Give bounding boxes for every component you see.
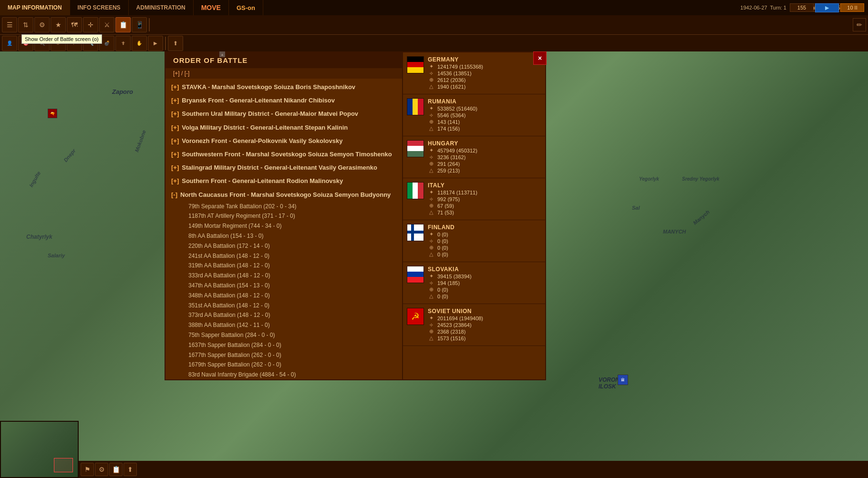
nation-row-italy: ITALY✦118174 (113711)⟢992 (975)⊕67 (59)△… (403, 178, 545, 220)
oob-sub-entry[interactable]: 333rd AA Battalion (148 - 12 - 0) (169, 271, 398, 281)
toolbar-btn-oob[interactable]: 📋 (115, 17, 131, 32)
stat-value-germany-3: 1940 (1621) (437, 84, 465, 90)
nation-stats-finland: FINLAND✦0 (0)⟢0 (0)⊕0 (0)△0 (0) (428, 224, 541, 258)
oob-entry-2[interactable]: [+]Bryansk Front - General-Leitenant Nik… (169, 94, 398, 107)
minimap[interactable] (0, 421, 79, 478)
tab-map-information[interactable]: MAP INFORMATION (0, 0, 70, 15)
toolbar-btn-cross[interactable]: ✛ (83, 17, 98, 32)
stat-icon-slovakia-0: ✦ (428, 273, 434, 279)
stat-line-germany-0: ✦1241749 (1155368) (428, 63, 541, 70)
unit-icon-1: 🔫 (48, 109, 57, 118)
stat-icon-finland-0: ✦ (428, 231, 434, 237)
oob-entry-6[interactable]: [+]Southwestern Front - Marshal Sovetsko… (169, 148, 398, 161)
toolbar-btn-sword[interactable]: ⚔ (99, 17, 114, 32)
bottom-btn-3[interactable]: 📋 (109, 463, 123, 476)
stat-icon-soviet-3: △ (428, 335, 434, 341)
oob-entry-5[interactable]: [+]Voronezh Front - General-Polkovnik Va… (169, 134, 398, 148)
oob-content[interactable]: [+]STAVKA - Marshal Sovetskogo Soiuza Bo… (165, 79, 402, 379)
oob-sub-entry[interactable]: 149th Mortar Regiment (744 - 34 - 0) (169, 221, 398, 231)
tab-administration[interactable]: ADMINISTRATION (129, 0, 194, 15)
toolbar-btn-menu[interactable]: ☰ (2, 17, 17, 32)
stats-panel: GERMANY✦1241749 (1155368)⟢14536 (13851)⊕… (403, 51, 546, 380)
bottom-btn-1[interactable]: ⚑ (81, 463, 94, 476)
flag-rumania (407, 98, 424, 115)
oob-entry-9[interactable]: [-]North Caucasus Front - Marshal Sovets… (169, 188, 398, 202)
oob-sub-entry[interactable]: 1637th Sapper Battalion (284 - 0 - 0) (169, 340, 398, 350)
oob-sub-entry[interactable]: 1187th AT Artillery Regiment (371 - 17 -… (169, 211, 398, 221)
close-button[interactable]: × (533, 51, 547, 65)
oob-sub-entry[interactable]: 1677th Sapper Battalion (262 - 0 - 0) (169, 350, 398, 360)
flag-italy (407, 182, 424, 199)
stat-icon-germany-2: ⊕ (428, 77, 434, 83)
bottom-btn-4[interactable]: ⬆ (124, 463, 137, 476)
oob-sub-entry[interactable]: 348th AA Battalion (148 - 12 - 0) (169, 291, 398, 301)
pencil-button[interactable]: ✏ (853, 18, 866, 31)
flag-finland (407, 224, 424, 241)
toolbar-btn-phone[interactable]: 📱 (132, 17, 147, 32)
stat-icon-germany-3: △ (428, 83, 434, 90)
stat-line-slovakia-2: ⊕0 (0) (428, 286, 541, 293)
oob-sub-entry[interactable]: 373rd AA Battalion (148 - 12 - 0) (169, 310, 398, 320)
stat-line-soviet-0: ✦2011694 (1949408) (428, 315, 541, 321)
oob-sub-entry[interactable]: 241st AA Battalion (148 - 12 - 0) (169, 251, 398, 261)
oob-entry-4[interactable]: [+]Volga Military District - General-Lei… (169, 121, 398, 134)
stat-value-slovakia-2: 0 (0) (437, 287, 448, 293)
oob-expand-controls[interactable]: [+] / [-] (165, 68, 402, 79)
stat-icon-soviet-2: ⊕ (428, 328, 434, 335)
toolbar2-sep (165, 37, 166, 50)
oob-sub-entry[interactable]: 319th AA Battalion (148 - 12 - 0) (169, 261, 398, 271)
stat-value-finland-2: 0 (0) (437, 245, 448, 251)
resource-orange[interactable]: 10 II (840, 3, 864, 12)
stat-icon-germany-0: ✦ (428, 63, 434, 70)
oob-sub-entry[interactable]: 79th Separate Tank Battalion (202 - 0 - … (169, 202, 398, 212)
oob-sub-entry[interactable]: 75th Sapper Battalion (284 - 0 - 0) (169, 330, 398, 340)
stat-line-hungary-1: ⟢3236 (3162) (428, 154, 541, 160)
stat-line-rumania-0: ✦533852 (516460) (428, 105, 541, 112)
nation-name-italy: ITALY (428, 182, 541, 189)
oob-sub-entry[interactable]: 8th AA Battalion (154 - 13 - 0) (169, 231, 398, 241)
stat-line-germany-3: △1940 (1621) (428, 83, 541, 90)
flag-germany (407, 56, 424, 73)
stat-line-rumania-2: ⊕143 (141) (428, 119, 541, 125)
oob-entry-7[interactable]: [+]Stalingrad Military District - Genera… (169, 161, 398, 174)
stat-value-italy-0: 118174 (113711) (437, 190, 477, 195)
bottom-btn-2[interactable]: ⚙ (95, 463, 108, 476)
toolbar-btn-map[interactable]: 🗺 (67, 17, 82, 32)
toolbar-btn-star[interactable]: ★ (51, 17, 66, 32)
stat-value-finland-0: 0 (0) (437, 232, 448, 237)
stat-line-germany-1: ⟢14536 (13851) (428, 70, 541, 76)
oob-sub-entry[interactable]: 83rd Naval Infantry Brigade (4884 - 54 -… (169, 370, 398, 379)
oob-entry-1[interactable]: [+]STAVKA - Marshal Sovetskogo Soiuza Bo… (169, 81, 398, 94)
tab-gson[interactable]: GS-on (229, 0, 263, 15)
oob-sub-entry[interactable]: 388th AA Battalion (142 - 11 - 0) (169, 320, 398, 330)
tab-move[interactable]: MOVE (194, 0, 229, 15)
nation-name-rumania: RUMANIA (428, 98, 541, 105)
nation-row-soviet: ☭SOVIET UNION✦2011694 (1949408)⟢24523 (2… (403, 304, 545, 346)
tb2-btn9[interactable]: ✋ (132, 36, 147, 51)
stat-icon-slovakia-1: ⟢ (428, 280, 434, 286)
stat-line-italy-3: △71 (53) (428, 209, 541, 215)
oob-sub-entry[interactable]: 1679th Sapper Battalion (262 - 0 - 0) (169, 360, 398, 370)
nation-name-finland: FINLAND (428, 224, 541, 231)
stat-value-hungary-3: 259 (213) (437, 168, 460, 173)
stat-value-finland-1: 0 (0) (437, 238, 448, 244)
oob-sub-entry[interactable]: 351st AA Battalion (148 - 12 - 0) (169, 301, 398, 311)
tab-info-screens[interactable]: INFO SCREENS (70, 0, 129, 15)
tb2-btn8[interactable]: 🗡 (115, 36, 131, 51)
stat-icon-rumania-2: ⊕ (428, 119, 434, 125)
tb2-btn11[interactable]: ⬆ (168, 36, 183, 51)
oob-entry-8[interactable]: [+]Southern Front - General-Leitenant Ro… (169, 174, 398, 188)
oob-entry-3[interactable]: [+]Southern Ural Military District - Gen… (169, 107, 398, 121)
stat-value-hungary-2: 291 (264) (437, 161, 460, 167)
stat-icon-rumania-1: ⟢ (428, 112, 434, 118)
tb2-btn10[interactable]: ▶ (148, 36, 163, 51)
toolbar-btn-settings[interactable]: ⚙ (34, 17, 50, 32)
stat-value-germany-0: 1241749 (1155368) (437, 64, 483, 70)
toolbar-btn-arrows[interactable]: ⇅ (18, 17, 33, 32)
oob-sub-entry[interactable]: 220th AA Battalion (172 - 14 - 0) (169, 241, 398, 251)
stat-icon-hungary-3: △ (428, 167, 434, 173)
oob-sub-entry[interactable]: 347th AA Battalion (154 - 13 - 0) (169, 281, 398, 291)
resource-blue[interactable]: ▶ (815, 3, 839, 12)
top-bar: MAP INFORMATION INFO SCREENS ADMINISTRAT… (0, 0, 868, 15)
tb2-btn1[interactable]: 👤 (2, 36, 17, 51)
